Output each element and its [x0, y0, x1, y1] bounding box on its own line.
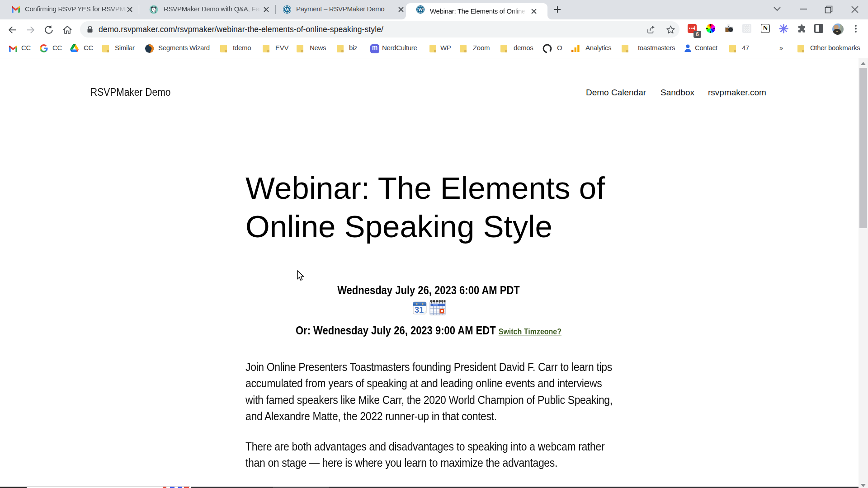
svg-text:W: W	[418, 7, 423, 12]
svg-text:31: 31	[415, 305, 424, 314]
svg-text:W: W	[284, 7, 290, 12]
